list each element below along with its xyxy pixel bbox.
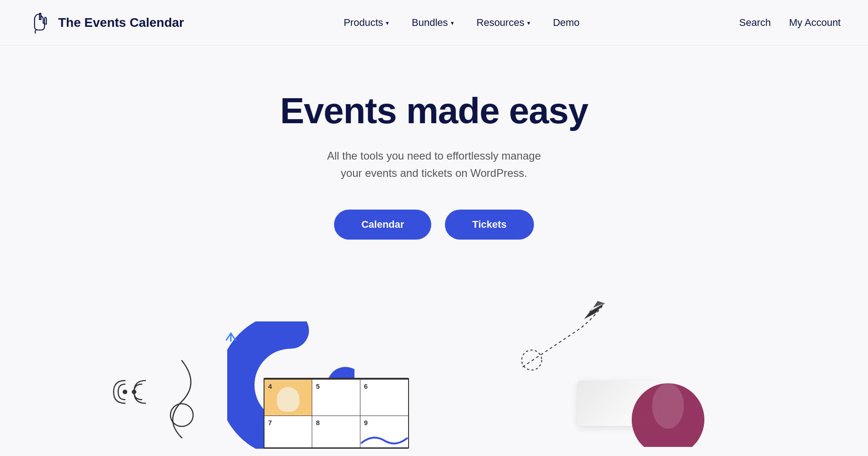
- header: The Events Calendar Products ▾ Bundles ▾…: [0, 0, 868, 45]
- nav-products[interactable]: Products ▾: [344, 17, 389, 29]
- my-account-link[interactable]: My Account: [789, 17, 841, 29]
- calendar-mockup: 4 5 6 7 8 9: [264, 378, 409, 449]
- svg-point-7: [522, 350, 542, 370]
- illustration-area: 4 5 6 7 8 9: [0, 285, 868, 449]
- squiggle-decoration: [141, 356, 223, 449]
- logo-link[interactable]: The Events Calendar: [27, 10, 184, 35]
- nav-bundles[interactable]: Bundles ▾: [412, 17, 454, 29]
- cal-cell-4: 4: [264, 380, 312, 416]
- hero-buttons: Calendar Tickets: [334, 210, 534, 240]
- header-right: Search My Account: [739, 17, 841, 29]
- cal-cell-5: 5: [312, 380, 360, 416]
- svg-marker-8: [584, 303, 604, 319]
- tickets-button[interactable]: Tickets: [445, 210, 534, 240]
- search-link[interactable]: Search: [739, 17, 771, 29]
- chevron-down-icon: ▾: [527, 20, 530, 26]
- nav-resources[interactable]: Resources ▾: [477, 17, 530, 29]
- svg-point-2: [132, 390, 136, 394]
- nav-demo[interactable]: Demo: [553, 17, 580, 29]
- calendar-button[interactable]: Calendar: [334, 210, 431, 240]
- paper-plane-decoration: [514, 294, 614, 378]
- hero-section: Events made easy All the tools you need …: [0, 45, 868, 267]
- hero-subtitle: All the tools you need to effortlessly m…: [327, 147, 541, 182]
- chevron-down-icon: ▾: [451, 20, 454, 26]
- chevron-down-icon: ▾: [386, 20, 389, 26]
- sparkle-decoration: [217, 331, 244, 360]
- main-nav: Products ▾ Bundles ▾ Resources ▾ Demo: [344, 17, 579, 29]
- logo-icon: [27, 10, 52, 35]
- svg-point-1: [123, 390, 127, 394]
- svg-point-11: [652, 383, 684, 429]
- cal-cell-7: 7: [264, 416, 312, 448]
- hero-title: Events made easy: [280, 91, 588, 131]
- logo-title: The Events Calendar: [58, 15, 184, 30]
- purple-circle-decoration: [627, 365, 709, 449]
- cal-cell-8: 8: [312, 416, 360, 448]
- cal-cell-9: 9: [360, 416, 408, 448]
- cal-cell-6: 6: [360, 380, 408, 416]
